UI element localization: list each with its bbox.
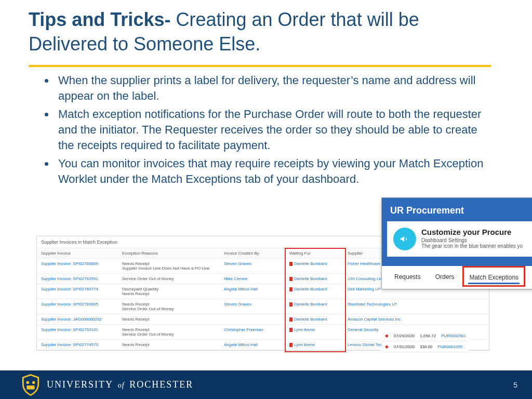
waiting-link[interactable]: Lynn Arene <box>294 327 315 332</box>
supplier-link[interactable]: General Security <box>348 327 379 332</box>
waiting-link[interactable]: Danielle Bombard <box>294 276 327 281</box>
creator-link[interactable]: Steven Graves <box>224 302 251 307</box>
waiting-link[interactable]: Danielle Bombard <box>294 287 327 291</box>
peek-rows: ◆ 07/29/2020 1,656.72 PUR0002561 ◆ 07/31… <box>382 330 469 352</box>
creator-link[interactable]: Mike Cerone <box>224 276 247 281</box>
tab-match-exceptions[interactable]: Match Exceptions <box>464 268 524 285</box>
invoice-link[interactable]: Supplier Invoice: SPI02793591 <box>41 276 98 281</box>
col-reason: Exception Reasons <box>118 248 220 259</box>
card-title: Customize your Procure <box>421 228 523 236</box>
bullet-item: When the supplier prints a label for del… <box>55 73 496 103</box>
supplier-link[interactable]: Dell Marketing LP <box>348 287 380 291</box>
page-number: 5 <box>513 381 517 389</box>
peek-row: ◆ 07/31/2020 336.00 PUB0001655 <box>382 341 469 352</box>
flag-icon <box>289 277 292 281</box>
title-bold: Tips and Tricks- <box>29 9 170 30</box>
supplier-link[interactable]: Amazon Capital Services Inc <box>348 317 401 322</box>
waiting-link[interactable]: Danielle Bombard <box>294 261 327 266</box>
table-row: Supplier Invoice: SPI02789805Needs Recei… <box>37 299 489 314</box>
invoice-link[interactable]: Supplier Invoice: JAG000000282 <box>41 317 102 322</box>
creator-link[interactable]: Angela Milton-Hall <box>224 287 258 291</box>
waiting-link[interactable]: Danielle Bombard <box>294 302 327 307</box>
creator-link[interactable]: Christopher Freeman <box>224 327 263 332</box>
tab-requests[interactable]: Requests <box>387 266 428 287</box>
invoice-link[interactable]: Supplier Invoice: SPI02774573 <box>41 342 98 347</box>
procurement-card: UR Procurement Customize your Procure Da… <box>381 197 532 289</box>
flag-icon <box>289 287 292 291</box>
card-subtitle: Dashboard Settings <box>421 237 523 243</box>
flag-icon <box>289 302 292 307</box>
tab-orders[interactable]: Orders <box>428 266 462 287</box>
tab-highlight: Match Exceptions <box>462 266 525 287</box>
card-header: UR Procurement <box>382 198 532 221</box>
university-name: UNIVERSITY of ROCHESTER <box>47 379 193 390</box>
bullet-list: When the supplier prints a label for del… <box>43 73 496 190</box>
flag-icon <box>289 328 292 332</box>
university-seal-icon <box>21 374 41 396</box>
title-underline <box>29 65 491 67</box>
supplier-link[interactable]: Randstad Technologies LP <box>348 302 397 307</box>
col-invoice: Supplier Invoice <box>37 248 118 259</box>
table-row: Supplier Invoice: JAG000000282Needs Rece… <box>37 314 489 325</box>
card-body: Customize your Procure Dashboard Setting… <box>387 221 532 257</box>
invoice-link[interactable]: Supplier Invoice: SPI02788774 <box>41 287 98 291</box>
creator-link[interactable]: Steven Graves <box>224 261 251 266</box>
svg-point-0 <box>26 381 29 384</box>
flag-icon <box>289 317 292 322</box>
svg-point-1 <box>32 381 35 384</box>
bullet-item: Match exception notifications for the Pu… <box>55 107 496 153</box>
card-desc: The gear icon in the blue banner enables… <box>421 243 523 249</box>
slide-title: Tips and Tricks- Creating an Order that … <box>29 8 490 57</box>
flag-icon <box>289 343 292 347</box>
card-tabs: Requests Orders Match Exceptions <box>382 266 532 289</box>
footer-bar: UNIVERSITY of ROCHESTER 5 <box>0 370 532 399</box>
supplier-link[interactable]: JJH Consulting Ltd <box>348 276 382 281</box>
bullet-item: You can monitor invoices that may requir… <box>55 156 496 187</box>
diamond-icon: ◆ <box>385 344 389 349</box>
peek-row: ◆ 07/29/2020 1,656.72 PUR0002561 <box>382 330 469 341</box>
invoice-link[interactable]: Supplier Invoice: SPI02788809 <box>41 261 98 266</box>
col-by: Invoice Created By <box>220 248 285 259</box>
waiting-link[interactable]: Danielle Bombard <box>294 317 327 322</box>
megaphone-icon <box>393 228 416 250</box>
svg-rect-2 <box>26 385 34 389</box>
flag-icon <box>289 262 292 266</box>
creator-link[interactable]: Angela Milton-Hall <box>224 342 258 347</box>
waiting-link[interactable]: Lynn Arene <box>294 342 315 347</box>
invoice-link[interactable]: Supplier Invoice: SPI02752181 <box>41 327 98 332</box>
diamond-icon: ◆ <box>385 333 389 338</box>
col-waiting: Waiting For <box>285 248 343 259</box>
invoice-link[interactable]: Supplier Invoice: SPI02789805 <box>41 302 98 307</box>
